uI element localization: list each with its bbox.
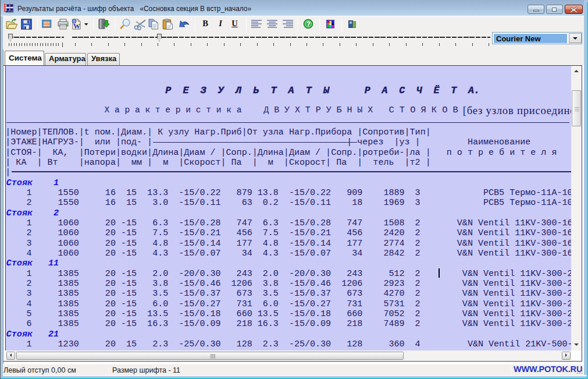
- svg-text:?: ?: [307, 20, 311, 27]
